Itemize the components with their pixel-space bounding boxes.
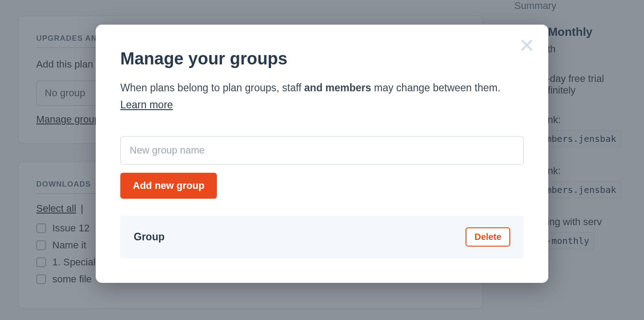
add-group-button[interactable]: Add new group bbox=[120, 173, 217, 199]
group-row: Group Delete bbox=[120, 216, 524, 258]
delete-group-button[interactable]: Delete bbox=[466, 227, 510, 247]
modal-description: When plans belong to plan groups, staff … bbox=[120, 80, 524, 114]
desc-text-bold: and members bbox=[304, 82, 371, 94]
learn-more-link[interactable]: Learn more bbox=[120, 99, 173, 111]
group-name-label: Group bbox=[134, 231, 165, 243]
desc-text-before: When plans belong to plan groups, staff bbox=[120, 82, 304, 94]
new-group-input[interactable] bbox=[120, 136, 524, 165]
modal-title: Manage your groups bbox=[120, 49, 524, 68]
close-icon[interactable] bbox=[519, 37, 535, 56]
manage-groups-modal: Manage your groups When plans belong to … bbox=[96, 25, 548, 283]
desc-text-after: may change between them. bbox=[371, 82, 500, 94]
